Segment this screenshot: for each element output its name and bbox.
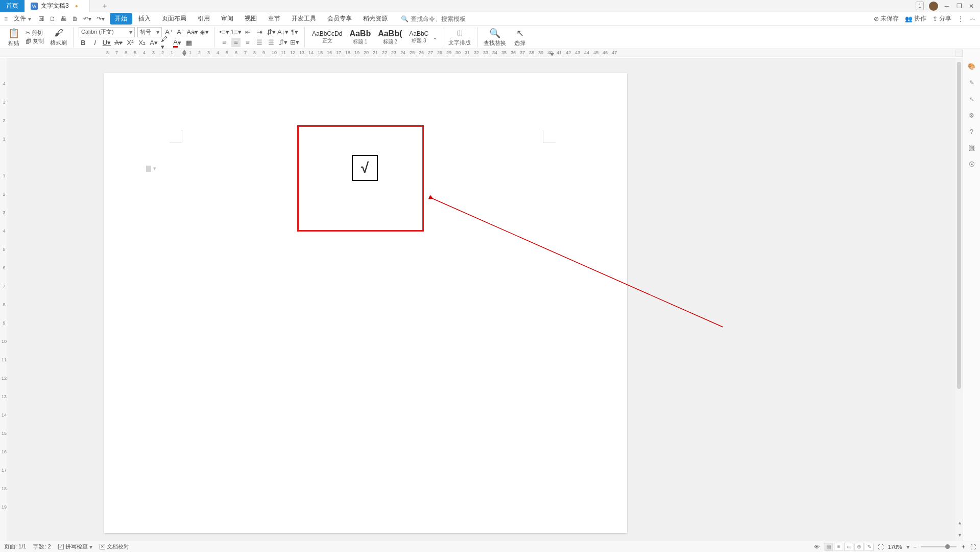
borders-icon[interactable]: ⊞▾: [290, 38, 299, 47]
view-web-icon[interactable]: ⊕: [854, 543, 864, 551]
shrink-font-icon[interactable]: A⁻: [176, 28, 185, 37]
menu-insert[interactable]: 插入: [133, 13, 156, 25]
zoom-in-icon[interactable]: ＋: [961, 543, 966, 550]
status-page[interactable]: 页面: 1/1: [4, 543, 26, 550]
ruler-vertical[interactable]: 432112345678910111213141516171819: [0, 58, 8, 541]
command-search-input[interactable]: [411, 15, 472, 22]
align-center-icon[interactable]: ≡: [231, 38, 241, 47]
font-size-select[interactable]: 初号▾: [137, 27, 162, 37]
style-heading1[interactable]: AaBb标题 1: [346, 28, 374, 47]
page-up-icon[interactable]: ▲: [958, 520, 962, 525]
superscript-button[interactable]: X²: [126, 38, 135, 48]
collab-button[interactable]: 👥协作: [905, 14, 926, 23]
view-draft-icon[interactable]: ✎: [865, 543, 874, 551]
subscript-button[interactable]: X₂: [137, 38, 147, 48]
zoom-slider-knob[interactable]: [945, 544, 950, 549]
menu-review[interactable]: 审阅: [216, 13, 238, 25]
menu-file[interactable]: 文件▾: [9, 13, 36, 25]
shading-icon[interactable]: ▦: [184, 38, 194, 48]
window-badge[interactable]: 1: [916, 2, 924, 10]
italic-button[interactable]: I: [90, 38, 100, 48]
indent-marker-top[interactable]: [182, 50, 186, 53]
menu-member[interactable]: 会员专享: [322, 13, 357, 25]
sort-icon[interactable]: A↓▾: [278, 28, 288, 37]
tab-document[interactable]: W 文字文稿3 ●: [25, 0, 90, 12]
share-button[interactable]: ⇪分享: [933, 14, 951, 23]
text-layout-button[interactable]: ⎅ 文字排版: [444, 26, 475, 49]
image-icon[interactable]: 🖼: [967, 144, 976, 153]
align-distribute-icon[interactable]: ☰: [267, 38, 276, 47]
status-docproof[interactable]: ✕文档校对: [100, 543, 129, 550]
select-button[interactable]: ↖ 选择: [510, 26, 530, 49]
style-heading2[interactable]: AaBb(标题 2: [375, 28, 405, 47]
eye-icon[interactable]: 👁: [814, 544, 820, 550]
redo-icon[interactable]: ↷▾: [95, 14, 106, 24]
menu-reference[interactable]: 引用: [193, 13, 215, 25]
zoom-slider[interactable]: [921, 546, 957, 547]
print-preview-icon[interactable]: 🗋: [49, 14, 57, 24]
menu-devtools[interactable]: 开发工具: [286, 13, 321, 25]
export-icon[interactable]: 🗎: [71, 14, 79, 24]
status-spellcheck[interactable]: ✓拼写检查▾: [58, 543, 92, 550]
highlight-icon[interactable]: 🖍▾: [161, 38, 170, 48]
cut-button[interactable]: ✂剪切: [26, 29, 44, 37]
zoom-out-icon[interactable]: −: [914, 544, 917, 550]
style-normal[interactable]: AaBbCcDd正文: [309, 29, 345, 45]
tab-new[interactable]: ＋: [90, 0, 119, 12]
vertical-scrollbar[interactable]: ▲ ▼: [955, 58, 963, 541]
collapse-ribbon-icon[interactable]: ︿: [970, 14, 976, 23]
page-down-icon[interactable]: ▼: [958, 533, 962, 538]
change-case-icon[interactable]: Aa▾: [188, 28, 197, 37]
scrollbar-thumb[interactable]: [957, 62, 961, 389]
indent-marker-bottom[interactable]: [182, 53, 186, 56]
palette-icon[interactable]: 🎨: [967, 62, 976, 71]
settings-icon[interactable]: ⚙: [967, 111, 976, 120]
unsaved-indicator[interactable]: ⊘未保存: [874, 14, 899, 23]
equation-sqrt-box[interactable]: √: [352, 155, 378, 181]
undo-icon[interactable]: ↶▾: [82, 14, 92, 24]
clear-format-icon[interactable]: ◈▾: [200, 28, 209, 37]
document-canvas[interactable]: ▾ √: [8, 58, 963, 541]
copy-button[interactable]: 🗐复制: [26, 37, 44, 45]
menu-layout[interactable]: 页面布局: [157, 13, 192, 25]
font-color-icon[interactable]: A▾: [173, 38, 182, 48]
underline-button[interactable]: U▾: [102, 38, 111, 48]
print-icon[interactable]: 🖶: [60, 14, 68, 24]
styles-more-icon[interactable]: ⌄: [433, 34, 438, 41]
menu-view[interactable]: 视图: [240, 13, 262, 25]
fullscreen-icon[interactable]: ⛶: [970, 544, 976, 550]
save-icon[interactable]: 🖫: [37, 14, 45, 24]
style-heading3[interactable]: AaBbC标题 3: [406, 29, 432, 45]
command-search[interactable]: 🔍: [401, 15, 472, 22]
format-painter[interactable]: 🖌 格式刷: [46, 26, 71, 49]
pen-icon[interactable]: ✎: [967, 78, 976, 87]
page[interactable]: ▾ √: [104, 73, 627, 533]
minimize-icon[interactable]: ─: [943, 3, 950, 10]
view-page-icon[interactable]: ▤: [824, 543, 833, 551]
align-left-icon[interactable]: ≡: [220, 38, 229, 47]
paste-group[interactable]: 📋 粘贴: [4, 26, 23, 49]
select-tool-icon[interactable]: ↖: [967, 95, 976, 104]
indent-decrease-icon[interactable]: ⇤: [243, 28, 252, 37]
menu-start[interactable]: 开始: [110, 13, 132, 25]
find-replace-button[interactable]: 🔍 查找替换: [480, 26, 510, 49]
avatar[interactable]: [929, 2, 938, 11]
maximize-icon[interactable]: ❐: [955, 3, 963, 10]
view-read-icon[interactable]: ▭: [844, 543, 853, 551]
fit-width-icon[interactable]: ⛶: [878, 544, 883, 550]
number-list-icon[interactable]: 1≡▾: [231, 28, 241, 37]
line-spacing-icon[interactable]: ⇵▾: [267, 28, 276, 37]
font-name-select[interactable]: Calibri (正文)▾: [79, 27, 135, 37]
zoom-value[interactable]: 170%: [888, 544, 902, 550]
view-outline-icon[interactable]: ≡: [834, 543, 843, 551]
menu-section[interactable]: 章节: [263, 13, 285, 25]
bold-button[interactable]: B: [79, 38, 88, 48]
indent-increase-icon[interactable]: ⇥: [255, 28, 264, 37]
vertical-spacing-icon[interactable]: ⇵▾: [278, 38, 288, 47]
tab-home[interactable]: 首页: [0, 0, 25, 12]
help-icon[interactable]: ?: [967, 127, 976, 136]
align-justify-icon[interactable]: ☰: [255, 38, 264, 47]
status-words[interactable]: 字数: 2: [33, 543, 51, 550]
strikethrough-button[interactable]: A▾: [114, 38, 123, 48]
kebab-icon[interactable]: ⋮: [958, 15, 964, 22]
